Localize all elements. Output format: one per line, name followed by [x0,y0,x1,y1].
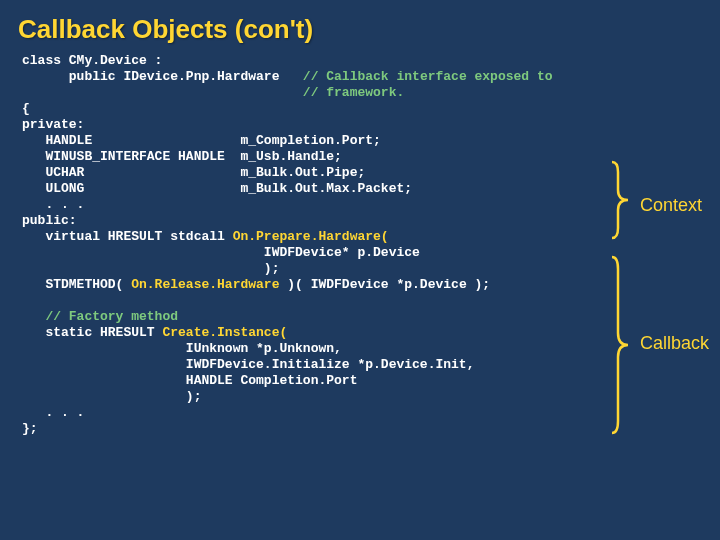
code-line: virtual HRESULT stdcall [22,229,233,244]
code-comment: // Factory method [45,309,178,324]
code-line: STDMETHOD( [22,277,131,292]
code-line: public: [22,213,77,228]
method-name: On.Prepare.Hardware( [233,229,389,244]
code-comment: // Callback interface exposed to [303,69,553,84]
code-line: IWDFDevice.Initialize *p.Device.Init, [22,357,474,372]
curly-brace-icon [610,160,632,240]
code-line: IWDFDevice* p.Device [22,245,420,260]
code-line [22,309,45,324]
code-line: ULONG m_Bulk.Out.Max.Packet; [22,181,412,196]
callback-label: Callback [640,333,709,354]
code-line: ); [22,389,201,404]
code-line: static HRESULT [22,325,162,340]
code-line: WINUSB_INTERFACE HANDLE m_Usb.Handle; [22,149,342,164]
code-line: }; [22,421,38,436]
code-comment: // framework. [303,85,404,100]
code-line: ); [22,261,279,276]
curly-brace-icon [610,255,632,435]
callout-region: Context Callback [600,0,710,540]
code-line: private: [22,117,84,132]
code-line: HANDLE Completion.Port [22,373,357,388]
method-name: On.Release.Hardware [131,277,287,292]
code-line: . . . [22,197,84,212]
method-name: Create.Instance( [162,325,287,340]
code-line: UCHAR m_Bulk.Out.Pipe; [22,165,365,180]
code-line: IUnknown *p.Unknown, [22,341,342,356]
context-label: Context [640,195,702,216]
code-line: . . . [22,405,84,420]
code-line [22,85,303,100]
code-line: HANDLE m_Completion.Port; [22,133,381,148]
code-line: )( IWDFDevice *p.Device ); [287,277,490,292]
code-line: public IDevice.Pnp.Hardware [22,69,303,84]
code-line: class CMy.Device : [22,53,162,68]
code-line: { [22,101,30,116]
